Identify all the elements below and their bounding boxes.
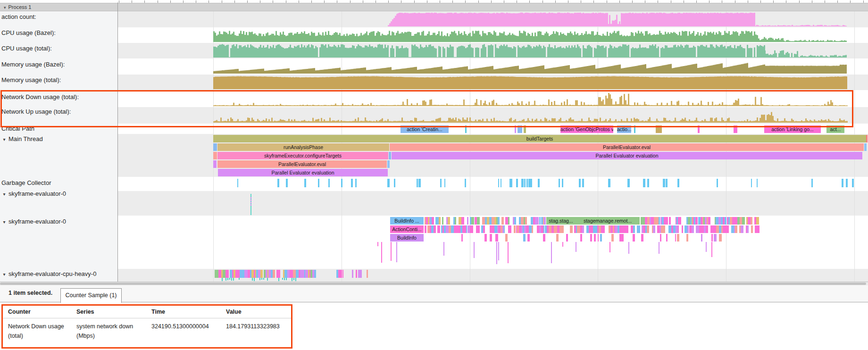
event-bar[interactable] (279, 270, 280, 278)
event-bar[interactable] (598, 234, 599, 242)
gc-event-tick[interactable] (647, 179, 650, 187)
event-bar[interactable] (466, 225, 467, 233)
event-bar[interactable] (495, 234, 498, 242)
gc-event-tick[interactable] (717, 179, 718, 187)
event-bar[interactable] (663, 225, 665, 233)
event-bar[interactable] (633, 225, 635, 233)
event-sliver[interactable] (389, 152, 391, 159)
event-bar[interactable] (626, 225, 628, 233)
collapse-triangle-icon[interactable]: ▾ (4, 4, 6, 11)
gc-event-tick[interactable] (328, 179, 330, 187)
event-bar[interactable] (525, 217, 527, 225)
gc-event-tick[interactable] (237, 179, 238, 187)
event-bar[interactable] (556, 234, 558, 242)
event-bar[interactable] (751, 217, 752, 225)
event-bar[interactable] (498, 217, 500, 225)
event-bar[interactable] (527, 234, 530, 242)
gc-event-tick[interactable] (286, 179, 288, 187)
event-bar[interactable] (566, 234, 568, 242)
event-bar[interactable] (653, 225, 655, 233)
process-header[interactable]: ▾Process 1 (0, 3, 868, 11)
event-slice[interactable]: ActionConti... (390, 225, 424, 233)
event-bar[interactable] (666, 217, 668, 225)
event-bar[interactable] (478, 217, 480, 225)
counter-track-action-count[interactable] (117, 12, 868, 26)
event-bar[interactable] (448, 217, 450, 225)
event-bar[interactable] (735, 225, 737, 233)
event-slice[interactable]: stag.stag... (546, 217, 576, 225)
event-sliver[interactable] (387, 160, 390, 168)
counter-track-cpu-usage-bazel[interactable] (117, 28, 868, 42)
event-bar[interactable] (514, 225, 516, 233)
event-sliver[interactable] (213, 143, 217, 151)
event-bar[interactable] (273, 270, 275, 278)
event-bar[interactable] (621, 234, 624, 242)
gc-event-tick[interactable] (666, 179, 668, 187)
event-bar[interactable] (226, 270, 229, 278)
event-slice[interactable]: runAnalysisPhase (217, 143, 389, 151)
track-label-skyframe-evaluator-0-b[interactable]: ▾skyframe-evaluator-0 (0, 217, 116, 226)
event-bar[interactable] (582, 225, 584, 233)
event-slice[interactable]: ParallelEvaluator.eval (217, 160, 387, 168)
event-bar[interactable] (537, 217, 539, 225)
event-bar[interactable] (594, 234, 596, 242)
event-bar[interactable] (682, 225, 683, 233)
event-bar[interactable] (641, 234, 643, 242)
event-slice[interactable]: skyframeExecutor.configureTargets (217, 152, 388, 159)
track-label-skyframe-evaluator-0[interactable]: ▾skyframe-evaluator-0 (0, 190, 116, 199)
counter-track-cpu-usage-total[interactable] (117, 44, 868, 58)
event-bar[interactable] (684, 225, 687, 233)
gc-event-tick[interactable] (846, 179, 848, 187)
gc-event-tick[interactable] (608, 179, 610, 187)
event-bar[interactable] (508, 217, 509, 225)
event-bar[interactable] (666, 234, 668, 242)
event-bar[interactable] (360, 270, 362, 278)
gc-event-tick[interactable] (277, 179, 280, 187)
event-bar[interactable] (603, 225, 605, 233)
track-label-main-thread[interactable]: ▾Main Thread (0, 135, 116, 144)
event-slice[interactable]: BuildInfo (390, 234, 424, 242)
event-bar[interactable] (434, 225, 436, 233)
event-bar[interactable] (467, 217, 468, 225)
event-bar[interactable] (678, 225, 679, 233)
gc-event-tick[interactable] (498, 179, 499, 187)
gc-event-tick[interactable] (852, 179, 854, 187)
event-bar[interactable] (490, 234, 492, 242)
gc-event-tick[interactable] (465, 179, 466, 187)
gc-event-tick[interactable] (643, 179, 645, 187)
gc-event-tick[interactable] (351, 179, 353, 187)
event-bar[interactable] (600, 234, 602, 242)
gc-event-tick[interactable] (627, 179, 630, 187)
event-bar[interactable] (633, 234, 635, 242)
event-bar[interactable] (743, 225, 744, 233)
event-bar[interactable] (695, 217, 698, 225)
expand-triangle-icon[interactable]: ▾ (0, 270, 8, 279)
tab-counter-sample[interactable]: Counter Sample (1) (60, 288, 122, 303)
event-bar[interactable] (719, 234, 722, 242)
counter-track-memory-usage-bazel[interactable] (117, 59, 868, 74)
event-bar[interactable] (590, 234, 592, 242)
event-bar[interactable] (367, 270, 368, 278)
event-bar[interactable] (701, 234, 703, 242)
gc-event-tick[interactable] (440, 179, 442, 187)
event-bar[interactable] (501, 217, 504, 225)
event-bar[interactable] (523, 234, 526, 242)
gc-event-tick[interactable] (417, 179, 418, 187)
event-bar[interactable] (437, 225, 440, 233)
event-bar[interactable] (611, 234, 614, 242)
expand-triangle-icon[interactable]: ▾ (0, 218, 8, 226)
event-bar[interactable] (692, 225, 694, 233)
event-bar[interactable] (356, 270, 357, 278)
gc-event-tick[interactable] (562, 179, 563, 187)
panel-divider[interactable] (117, 2, 118, 282)
event-bar[interactable] (706, 225, 708, 233)
event-bar[interactable] (455, 217, 456, 225)
event-bar[interactable] (471, 225, 473, 233)
gc-event-tick[interactable] (811, 179, 813, 187)
gc-event-tick[interactable] (663, 179, 665, 187)
event-bar[interactable] (677, 234, 679, 242)
event-bar[interactable] (505, 234, 508, 242)
event-bar[interactable] (461, 234, 463, 242)
event-bar[interactable] (471, 217, 474, 225)
event-bar[interactable] (711, 234, 713, 242)
